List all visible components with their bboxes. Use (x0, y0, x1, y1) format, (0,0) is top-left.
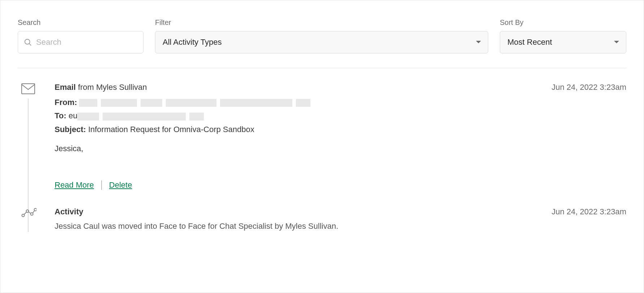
email-from-text: from Myles Sullivan (76, 83, 147, 92)
email-body-preview: Jessica, (55, 144, 626, 153)
activity-panel: Search Filter All Activity Types Sort By… (0, 0, 644, 293)
controls-bar: Search Filter All Activity Types Sort By… (18, 18, 626, 68)
svg-line-8 (29, 212, 31, 214)
filter-label: Filter (155, 18, 488, 27)
activity-icon (21, 208, 37, 217)
feed-item-header: Email from Myles Sullivan Jun 24, 2022 3… (55, 83, 626, 92)
svg-point-3 (22, 214, 25, 217)
activity-type-label: Activity (55, 207, 83, 216)
feed-item-actions: Read More Delete (55, 180, 626, 190)
svg-rect-2 (22, 84, 35, 94)
svg-line-1 (29, 44, 31, 46)
email-subject-row: Subject: Information Request for Omniva-… (55, 123, 626, 136)
activity-description: Jessica Caul was moved into Face to Face… (55, 220, 626, 232)
filter-control: Filter All Activity Types (155, 18, 488, 53)
email-from-label: From: (55, 98, 77, 107)
redacted-from (79, 99, 310, 107)
svg-point-6 (34, 209, 37, 211)
feed-item-title: Activity (55, 207, 83, 217)
feed-item-timestamp: Jun 24, 2022 3:23am (551, 207, 626, 217)
feed-item-header: Activity Jun 24, 2022 3:23am (55, 207, 626, 217)
sort-control: Sort By Most Recent (500, 18, 626, 53)
delete-link[interactable]: Delete (109, 180, 132, 190)
timeline-line (28, 99, 29, 224)
svg-line-7 (24, 212, 27, 215)
search-control: Search (18, 18, 143, 53)
feed-body: Email from Myles Sullivan Jun 24, 2022 3… (55, 83, 626, 207)
mail-icon (21, 83, 35, 94)
svg-point-0 (25, 39, 30, 44)
sort-select[interactable]: Most Recent (500, 31, 626, 53)
action-divider (101, 180, 102, 190)
search-label: Search (18, 18, 143, 27)
email-to-row: To: eu (55, 109, 626, 122)
search-box[interactable] (18, 31, 143, 53)
feed-item-email: Email from Myles Sullivan Jun 24, 2022 3… (18, 83, 626, 207)
email-type-label: Email (55, 83, 76, 92)
email-subject-label: Subject: (55, 125, 86, 134)
email-subject-value: Information Request for Omniva-Corp Sand… (86, 125, 254, 134)
email-to-prefix: eu (69, 111, 77, 120)
feed-icon-column (18, 83, 55, 207)
timeline-line (28, 221, 29, 232)
feed-body: Activity Jun 24, 2022 3:23am Jessica Cau… (55, 207, 626, 232)
filter-value: All Activity Types (163, 38, 222, 47)
redacted-to (77, 113, 204, 121)
search-input[interactable] (36, 38, 137, 47)
chevron-down-icon (614, 40, 619, 44)
feed-item-timestamp: Jun 24, 2022 3:23am (551, 83, 626, 92)
email-from-row: From: (55, 96, 626, 109)
sort-value: Most Recent (507, 38, 552, 47)
search-icon (24, 38, 32, 46)
sort-label: Sort By (500, 18, 626, 27)
feed-icon-column (18, 207, 55, 232)
feed-item-title: Email from Myles Sullivan (55, 83, 147, 92)
filter-select[interactable]: All Activity Types (155, 31, 488, 53)
feed-item-activity: Activity Jun 24, 2022 3:23am Jessica Cau… (18, 207, 626, 232)
email-to-label: To: (55, 111, 66, 120)
email-meta: From: To: eu (55, 96, 626, 136)
svg-line-9 (33, 211, 35, 213)
chevron-down-icon (476, 40, 481, 44)
read-more-link[interactable]: Read More (55, 180, 94, 190)
activity-feed: Email from Myles Sullivan Jun 24, 2022 3… (18, 68, 626, 232)
